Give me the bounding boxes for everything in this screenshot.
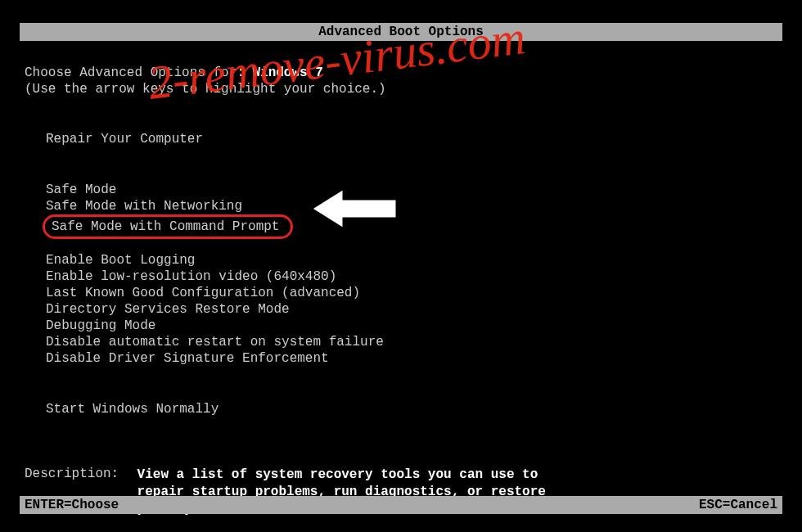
footer-esc: ESC=Cancel: [699, 498, 777, 512]
boot-option[interactable]: Enable Boot Logging: [43, 252, 198, 268]
boot-option[interactable]: Safe Mode with Networking: [43, 198, 246, 214]
os-name: Windows 7: [252, 65, 322, 80]
footer-bar: ENTER=Choose ESC=Cancel: [20, 496, 782, 514]
boot-option[interactable]: Disable Driver Signature Enforcement: [43, 350, 332, 367]
repair-section: Repair Your Computer: [43, 131, 777, 147]
boot-option[interactable]: Last Known Good Configuration (advanced): [43, 285, 363, 301]
boot-option[interactable]: Start Windows Normally: [43, 401, 222, 417]
title-bar: Advanced Boot Options: [20, 23, 782, 41]
boot-option[interactable]: Debugging Mode: [43, 318, 159, 334]
boot-option[interactable]: Disable automatic restart on system fail…: [43, 334, 387, 350]
safe-mode-group: Safe ModeSafe Mode with NetworkingSafe M…: [43, 182, 777, 239]
hint-text: (Use the arrow keys to highlight your ch…: [25, 82, 777, 97]
description-label: Description:: [25, 467, 129, 481]
start-normally-group: Start Windows Normally: [43, 401, 777, 417]
main-content: Choose Advanced Options for: Windows 7 (…: [25, 65, 777, 517]
footer-enter: ENTER=Choose: [25, 498, 119, 512]
choose-prompt: Choose Advanced Options for: Windows 7: [25, 65, 777, 80]
boot-option[interactable]: Enable low-resolution video (640x480): [43, 268, 340, 285]
boot-option[interactable]: Safe Mode: [43, 182, 119, 198]
boot-option[interactable]: Directory Services Restore Mode: [43, 301, 293, 318]
option-repair-computer[interactable]: Repair Your Computer: [43, 131, 206, 147]
window-title: Advanced Boot Options: [318, 25, 484, 39]
boot-option-highlighted[interactable]: Safe Mode with Command Prompt: [43, 214, 293, 239]
advanced-options-group: Enable Boot LoggingEnable low-resolution…: [43, 252, 777, 367]
